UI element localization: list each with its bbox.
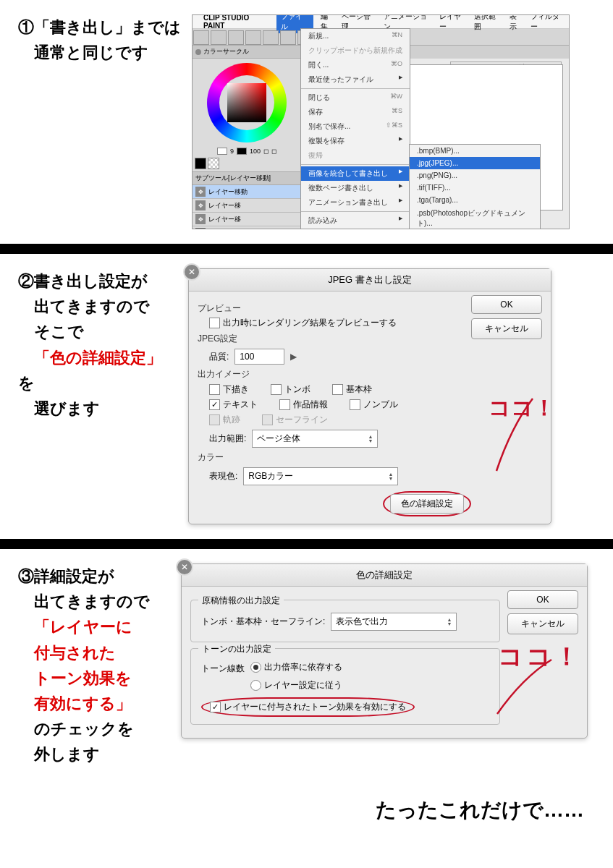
quality-label: 品質: xyxy=(209,351,229,363)
ok-button[interactable]: OK xyxy=(507,590,578,609)
ck-basic[interactable]: 基本枠 xyxy=(332,383,372,396)
checkbox-icon[interactable] xyxy=(209,399,220,410)
checkbox-icon[interactable] xyxy=(271,384,282,395)
layer-move-icon: ✥ xyxy=(195,214,206,224)
radio-icon[interactable] xyxy=(250,662,261,673)
ck-number[interactable]: ノンブル xyxy=(350,399,398,411)
menu-item-flatten-export[interactable]: 画像を統合して書き出し xyxy=(301,166,410,181)
submenu-psb[interactable]: .psb(Photoshopビッグドキュメント)... xyxy=(410,206,540,229)
checkbox-icon xyxy=(209,414,220,425)
menu-view[interactable]: 表示 xyxy=(510,14,523,32)
preview-checkbox[interactable]: 出力時にレンダリング結果をプレビューする xyxy=(209,317,471,329)
dialog-close-button[interactable]: ✕ xyxy=(176,558,193,576)
express-color-select[interactable]: RGBカラー ▲▼ xyxy=(243,467,398,485)
layer-item[interactable]: ✥ レイヤー移 xyxy=(193,199,301,213)
cancel-button[interactable]: キャンセル xyxy=(507,613,578,634)
ck-draft[interactable]: 下描き xyxy=(209,383,249,396)
submenu-tiff[interactable]: .tif(TIFF)... xyxy=(410,182,540,194)
radio-label: レイヤー設定に従う xyxy=(264,679,342,692)
checkbox-icon[interactable] xyxy=(350,399,360,410)
instruction-1-line1: ①「書き出し」までは xyxy=(18,14,181,40)
checkbox-icon[interactable] xyxy=(332,384,343,395)
radio-follow-layer[interactable]: レイヤー設定に従う xyxy=(250,679,342,692)
checkbox-icon[interactable] xyxy=(209,318,220,328)
radio-depend-output[interactable]: 出力倍率に依存する xyxy=(250,661,342,673)
dialog-buttons: OK キャンセル xyxy=(507,590,578,634)
instruction-2-line: ②書き出し設定が xyxy=(18,268,177,294)
menu-item-savecopy[interactable]: 複製を保存 xyxy=(301,134,410,148)
checkbox-icon[interactable] xyxy=(279,399,290,410)
output-range-select[interactable]: ページ全体 ▲▼ xyxy=(252,430,378,448)
menu-filter[interactable]: フィルター xyxy=(530,14,565,32)
instruction-3-line: ③詳細設定が xyxy=(18,563,170,589)
menu-item-saveas[interactable]: 別名で保存...⇧⌘S xyxy=(301,119,410,134)
quality-row: 品質: 100 ▶ xyxy=(198,349,471,365)
panel-3: ③詳細設定が 出てきますので 「レイヤーに 付与された トーン効果を 有効にする… xyxy=(0,549,613,782)
menu-item-multipage-export[interactable]: 複数ページ書き出し xyxy=(301,181,410,195)
spinner-icon[interactable]: ▲▼ xyxy=(388,472,393,481)
color-circle-header: カラーサークル xyxy=(193,46,301,59)
menu-selection[interactable]: 選択範囲 xyxy=(474,14,502,32)
toolbar-btn[interactable] xyxy=(193,30,209,45)
swatch-transparent[interactable] xyxy=(208,158,219,169)
toolbar-btn[interactable] xyxy=(280,30,296,45)
menu-item-open[interactable]: 開く...⌘O xyxy=(301,58,410,72)
checkbox-icon[interactable] xyxy=(209,384,220,395)
toolbar-btn[interactable] xyxy=(211,30,227,45)
menu-item-new[interactable]: 新規...⌘N xyxy=(301,29,410,43)
layer-item[interactable]: ✥ レイヤー移動 xyxy=(193,185,301,199)
spinner-icon[interactable]: ▲▼ xyxy=(368,435,373,443)
menu-separator xyxy=(301,88,410,89)
output-checkbox-row: 軌跡 セーフライン xyxy=(209,414,471,426)
ok-button[interactable]: OK xyxy=(471,295,542,314)
instruction-3-line: のチェックを xyxy=(18,716,170,741)
checkbox-icon xyxy=(262,414,273,425)
submenu-jpeg[interactable]: .jpg(JPEG)... xyxy=(410,157,540,169)
spinner-icon[interactable]: ▲▼ xyxy=(447,618,452,626)
menu-item-save[interactable]: 保存⌘S xyxy=(301,105,410,119)
toolbar-btn[interactable] xyxy=(228,30,244,45)
ck-tone-effect[interactable]: レイヤーに付与されたトーン効果を有効にする xyxy=(210,701,406,713)
color-detail-button[interactable]: 色の詳細設定 xyxy=(390,494,464,514)
menu-layer[interactable]: レイヤー xyxy=(439,14,467,32)
output-checkbox-row: テキスト 作品情報 ノンブル xyxy=(209,399,471,411)
tone-item[interactable]: ✥ トーン柄移動 xyxy=(193,226,301,229)
menu-item-close[interactable]: 閉じる⌘W xyxy=(301,90,410,105)
color-readout: 9 100 ◻ ◻ xyxy=(193,147,301,156)
instruction-1-line2: 通常と同じです xyxy=(18,40,181,65)
menu-item-recent[interactable]: 最近使ったファイル xyxy=(301,72,410,87)
express-color-label: 表現色: xyxy=(209,470,237,482)
color-dot-icon xyxy=(195,49,201,55)
layer-move-icon: ✥ xyxy=(195,200,206,210)
submenu-bmp[interactable]: .bmp(BMP)... xyxy=(410,145,540,157)
wheel-square[interactable] xyxy=(227,83,266,122)
toolbar-btn[interactable] xyxy=(245,30,261,45)
menu-separator xyxy=(301,211,410,212)
panel-2: ②書き出し設定が 出てきますので そこで 「色の詳細設定」を 選びます ✕ JP… xyxy=(0,254,613,539)
triangle-right-icon[interactable]: ▶ xyxy=(290,352,297,362)
output-checkbox-row: 下描き トンボ 基本枠 xyxy=(209,383,471,396)
layer-item[interactable]: ✥ レイヤー移 xyxy=(193,213,301,226)
cancel-button[interactable]: キャンセル xyxy=(471,318,542,339)
submenu-png[interactable]: .png(PNG)... xyxy=(410,169,540,182)
color-section-label: カラー xyxy=(198,451,471,464)
quality-input[interactable]: 100 xyxy=(234,349,284,365)
swatch-black[interactable] xyxy=(195,158,206,169)
ck-text[interactable]: テキスト xyxy=(209,399,258,411)
express-color-row: 表現色: RGBカラー ▲▼ xyxy=(209,467,471,485)
instruction-3-line: 外します xyxy=(18,741,170,767)
menu-item-import[interactable]: 読み込み xyxy=(301,213,410,228)
tone-lines-row: トーン線数 出力倍率に依存する レイヤー設定に従う xyxy=(201,661,489,692)
dialog-close-button[interactable]: ✕ xyxy=(183,263,200,281)
trim-select[interactable]: 表示色で出力 ▲▼ xyxy=(331,613,457,631)
ck-work[interactable]: 作品情報 xyxy=(279,399,328,411)
swatch-row xyxy=(193,156,301,171)
radio-icon[interactable] xyxy=(250,680,261,691)
submenu-tga[interactable]: .tga(Targa)... xyxy=(410,194,540,206)
checkbox-icon[interactable] xyxy=(210,702,221,712)
color-wheel[interactable] xyxy=(207,63,287,142)
annotation-circle: 色の詳細設定 xyxy=(383,491,471,516)
menu-item-animation-export[interactable]: アニメーション書き出し xyxy=(301,195,410,210)
toolbar-btn[interactable] xyxy=(263,30,279,45)
ck-tombo[interactable]: トンボ xyxy=(271,383,310,396)
